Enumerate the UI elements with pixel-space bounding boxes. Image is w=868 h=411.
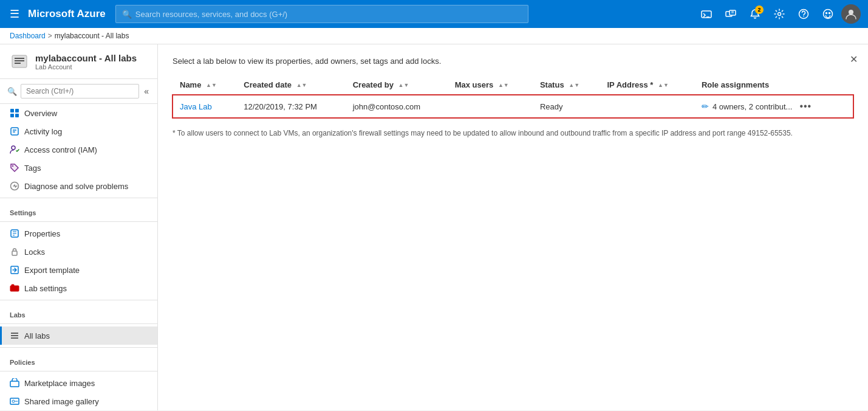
divider — [0, 221, 157, 222]
search-bar[interactable]: 🔍 — [115, 5, 528, 23]
sidebar-search-input[interactable] — [21, 84, 139, 98]
topnav: ☰ Microsoft Azure 🔍 2 — [0, 0, 868, 28]
sidebar-item-all-labs[interactable]: All labs — [0, 326, 157, 345]
sort-name-icon[interactable]: ▲▼ — [206, 83, 217, 88]
table-body: Java Lab 12/20/2019, 7:32 PM john@contos… — [173, 95, 853, 119]
edit-role-icon[interactable]: ✏ — [702, 102, 709, 111]
close-button[interactable]: ✕ — [845, 50, 862, 67]
sidebar-item-label: Properties — [24, 229, 60, 238]
sidebar-search-bar: 🔍 « — [0, 79, 157, 104]
sort-status-icon[interactable]: ▲▼ — [569, 83, 579, 88]
sidebar-item-tags[interactable]: Tags — [0, 159, 157, 177]
cell-created-date: 12/20/2019, 7:32 PM — [236, 95, 345, 119]
role-cell: ✏ 4 owners, 2 contribut... ••• — [702, 100, 846, 113]
sidebar: mylabaccount - All labs Lab Account 🔍 « … — [0, 44, 158, 410]
sidebar-item-label: Shared image gallery — [24, 397, 99, 406]
cell-name[interactable]: Java Lab — [173, 95, 236, 119]
sidebar-item-export-template[interactable]: Export template — [0, 261, 157, 279]
col-status[interactable]: Status ▲▼ — [533, 75, 600, 95]
col-created-by[interactable]: Created by ▲▼ — [346, 75, 448, 95]
svg-rect-16 — [15, 109, 19, 112]
sidebar-item-label: Diagnose and solve problems — [24, 182, 128, 191]
breadcrumb-separator: > — [48, 32, 52, 40]
hamburger-button[interactable]: ☰ — [7, 5, 22, 23]
svg-rect-36 — [10, 381, 19, 387]
lab-settings-icon — [10, 283, 19, 293]
iam-icon — [10, 145, 19, 154]
cloud-shell-button[interactable] — [695, 3, 717, 25]
shared-gallery-icon — [10, 396, 19, 406]
lab-name-link[interactable]: Java Lab — [180, 102, 212, 111]
resource-icon — [10, 52, 29, 71]
sort-date-icon[interactable]: ▲▼ — [296, 83, 307, 88]
sidebar-item-label: Overview — [24, 109, 57, 118]
table-row[interactable]: Java Lab 12/20/2019, 7:32 PM john@contos… — [173, 95, 853, 119]
svg-rect-15 — [10, 109, 14, 112]
sidebar-item-access-control[interactable]: Access control (IAM) — [0, 140, 157, 159]
more-options-button[interactable]: ••• — [796, 100, 815, 113]
cell-ip-address — [600, 95, 694, 119]
cell-role-assignments: ✏ 4 owners, 2 contribut... ••• — [694, 95, 853, 119]
sidebar-item-shared-image-gallery[interactable]: Shared image gallery — [0, 392, 157, 410]
directory-subscription-button[interactable] — [720, 3, 742, 25]
sidebar-item-locks[interactable]: Locks — [0, 243, 157, 261]
sidebar-item-diagnose[interactable]: Diagnose and solve problems — [0, 177, 157, 195]
svg-rect-29 — [12, 251, 17, 255]
content-inner: ✕ Select a lab below to view its propert… — [158, 44, 868, 151]
svg-point-38 — [12, 400, 15, 402]
sidebar-item-overview[interactable]: Overview — [0, 104, 157, 122]
feedback-button[interactable] — [817, 3, 839, 25]
collapse-sidebar-button[interactable]: « — [143, 85, 150, 97]
sidebar-item-marketplace-images[interactable]: Marketplace images — [0, 374, 157, 392]
sidebar-item-lab-settings[interactable]: Lab settings — [0, 279, 157, 297]
sidebar-search-icon: 🔍 — [7, 87, 17, 96]
sort-by-icon[interactable]: ▲▼ — [398, 83, 409, 88]
sort-maxusers-icon[interactable]: ▲▼ — [498, 83, 509, 88]
col-max-users[interactable]: Max users ▲▼ — [448, 75, 533, 95]
cell-created-by: john@contoso.com — [346, 95, 448, 119]
sidebar-item-activity-log[interactable]: Activity log — [0, 122, 157, 140]
activity-icon — [10, 126, 19, 136]
cell-status: Ready — [533, 95, 600, 119]
content-area: ✕ Select a lab below to view its propert… — [158, 44, 868, 410]
cell-max-users — [448, 95, 533, 119]
resource-title: mylabaccount - All labs — [35, 53, 137, 63]
tags-icon — [10, 163, 19, 173]
breadcrumb: Dashboard > mylabaccount - All labs — [0, 28, 868, 44]
col-created-date[interactable]: Created date ▲▼ — [236, 75, 345, 95]
sidebar-item-label: Access control (IAM) — [24, 145, 97, 154]
col-ip-address[interactable]: IP Address * ▲▼ — [600, 75, 694, 95]
sort-ip-icon[interactable]: ▲▼ — [658, 83, 669, 88]
svg-rect-18 — [15, 114, 19, 117]
brand-logo: Microsoft Azure — [28, 8, 106, 20]
footnote: * To allow users to connect to Lab VMs, … — [173, 128, 853, 139]
sidebar-nav: Overview Activity log Access control (IA… — [0, 104, 157, 410]
notifications-button[interactable]: 2 — [744, 3, 766, 25]
sidebar-item-label: Tags — [24, 164, 41, 173]
resource-header: mylabaccount - All labs Lab Account — [0, 44, 157, 79]
divider — [0, 347, 157, 348]
sidebar-item-label: All labs — [24, 331, 50, 340]
locks-icon — [10, 247, 19, 257]
search-icon: 🔍 — [122, 10, 132, 19]
user-avatar[interactable] — [841, 4, 861, 24]
export-icon — [10, 265, 19, 275]
sidebar-item-properties[interactable]: Properties — [0, 224, 157, 243]
search-input[interactable] — [135, 10, 522, 19]
sidebar-item-label: Export template — [24, 266, 80, 275]
svg-rect-17 — [10, 114, 14, 117]
sidebar-item-label: Marketplace images — [24, 379, 95, 388]
settings-button[interactable] — [768, 3, 790, 25]
main-layout: mylabaccount - All labs Lab Account 🔍 « … — [0, 44, 868, 410]
col-name[interactable]: Name ▲▼ — [173, 75, 236, 95]
help-button[interactable] — [793, 3, 815, 25]
sidebar-item-label: Activity log — [24, 127, 62, 136]
policies-section-label: Policies — [0, 350, 157, 368]
properties-icon — [10, 229, 19, 238]
notifications-badge: 2 — [755, 5, 764, 14]
marketplace-icon — [10, 378, 19, 388]
breadcrumb-dashboard[interactable]: Dashboard — [10, 32, 46, 40]
divider — [0, 300, 157, 300]
labs-section-label: Labs — [0, 303, 157, 321]
divider — [0, 198, 157, 198]
